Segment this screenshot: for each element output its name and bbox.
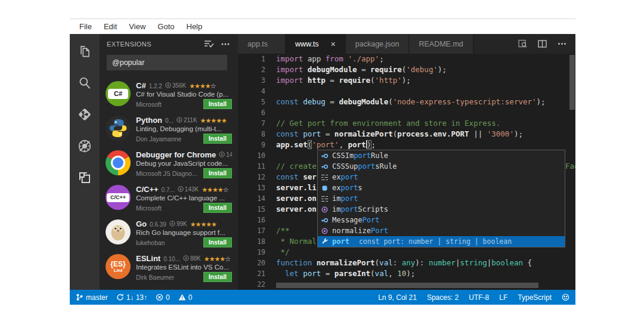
install-button[interactable]: Install: [203, 203, 232, 213]
line-number[interactable]: 3: [238, 75, 265, 86]
line-number[interactable]: 9: [238, 140, 265, 150]
line-number[interactable]: 20: [238, 258, 265, 268]
feedback-smiley[interactable]: [562, 293, 569, 301]
code-editor[interactable]: 1import app from './app';2import debugMo…: [238, 54, 575, 290]
status-text: 0: [188, 293, 193, 302]
menu-item-edit[interactable]: Edit: [98, 22, 123, 31]
close-tab-icon[interactable]: ×: [331, 40, 336, 48]
line-number[interactable]: 5: [238, 97, 265, 107]
code-line-9[interactable]: 9app.set('port', port);: [238, 140, 575, 150]
extension-details: Debugger for Chrome148Debug your JavaScr…: [136, 150, 232, 177]
tab-package-json[interactable]: package.json: [346, 34, 410, 54]
extension-item-go[interactable]: Go0.6.3999K★★★★★Rich Go language support…: [100, 215, 238, 249]
line-number[interactable]: 15: [238, 204, 265, 215]
source-control-icon[interactable]: [77, 107, 92, 122]
install-button[interactable]: Install: [203, 99, 232, 109]
code-line-4[interactable]: 4: [238, 86, 575, 97]
editor-actions: [509, 34, 575, 54]
open-preview-icon[interactable]: [518, 39, 528, 49]
extension-version: 0.6.39: [150, 221, 166, 228]
line-number[interactable]: 13: [238, 182, 265, 193]
code-line-6[interactable]: 6: [238, 107, 575, 118]
suggestion-cssimportrule[interactable]: CSSImportRule: [318, 150, 565, 161]
line-number[interactable]: 19: [238, 247, 265, 258]
suggestion-normalizeport[interactable]: normalizePort: [318, 225, 565, 236]
tab-www-ts[interactable]: www.ts×: [286, 34, 346, 54]
extension-publisher: lukehoban: [136, 239, 165, 246]
extension-item-eslint[interactable]: {ES}LintESLint0.10...88K★★★★☆Integrates …: [100, 249, 238, 284]
line-number[interactable]: 14: [238, 193, 265, 204]
debug-disabled-icon[interactable]: [77, 138, 92, 154]
tab-readme-md[interactable]: README.md: [409, 34, 473, 54]
status-typescript[interactable]: TypeScript: [518, 293, 552, 302]
extension-description: Complete C/C++ language ...: [136, 194, 232, 202]
menu-item-help[interactable]: Help: [181, 22, 209, 31]
code-line-19[interactable]: 19 */: [238, 247, 575, 258]
suggestion-import[interactable]: import: [318, 193, 565, 204]
suggestion-export[interactable]: export: [318, 172, 565, 182]
install-button[interactable]: Install: [203, 134, 232, 144]
vertical-scrollbar[interactable]: [569, 55, 575, 110]
code-line-8[interactable]: 8const port = normalizePort(process.env.…: [238, 129, 575, 140]
line-number[interactable]: 17: [238, 225, 265, 236]
status-spaces-2[interactable]: Spaces: 2: [427, 293, 459, 302]
extension-item-python[interactable]: Python0...211K★★★★★Linting, Debugging (m…: [100, 111, 238, 145]
code-text: const debug = debugModule('node-express-…: [276, 97, 546, 107]
extension-footer-row: Don JayamanneInstall: [136, 134, 232, 144]
line-number[interactable]: 11: [238, 161, 265, 172]
line-number[interactable]: 1: [238, 54, 265, 64]
status-branch[interactable]: master: [76, 293, 108, 302]
code-line-5[interactable]: 5const debug = debugModule('node-express…: [238, 97, 575, 107]
code-line-3[interactable]: 3import http = require('http');: [238, 75, 575, 86]
install-button[interactable]: Install: [203, 168, 232, 178]
status-ln-9-col-21[interactable]: Ln 9, Col 21: [378, 293, 417, 302]
explorer-icon[interactable]: [77, 44, 92, 59]
extension-item-c-c[interactable]: C/C++C/C++0.7...143K★★★★☆Complete C/C++ …: [100, 180, 238, 215]
line-number[interactable]: 10: [238, 150, 265, 161]
line-number[interactable]: 7: [238, 118, 265, 129]
line-number[interactable]: 8: [238, 129, 265, 140]
line-number[interactable]: 2: [238, 64, 265, 75]
line-number[interactable]: 22: [238, 279, 265, 290]
search-icon[interactable]: [77, 75, 92, 91]
extension-title-row: Python0...211K★★★★★: [136, 116, 232, 125]
line-number[interactable]: 12: [238, 172, 265, 182]
code-line-7[interactable]: 7// Get port from environment and store …: [238, 118, 575, 129]
filter-icon[interactable]: [203, 39, 214, 49]
extension-item-c[interactable]: C#C#1.2.2356K★★★★☆C# for Visual Studio C…: [100, 76, 238, 111]
code-line-20[interactable]: 20function normalizePort(val: any): numb…: [238, 258, 575, 268]
install-button[interactable]: Install: [203, 272, 232, 282]
split-editor-icon[interactable]: [537, 39, 547, 49]
menu-item-file[interactable]: File: [73, 22, 98, 31]
menu-item-view[interactable]: View: [123, 22, 151, 31]
suggestion-csssupportsrule[interactable]: CSSSupportsRule: [318, 161, 565, 172]
code-line-1[interactable]: 1import app from './app';: [238, 54, 575, 64]
extensions-search-input[interactable]: [107, 55, 227, 70]
extension-details: C/C++0.7...143K★★★★☆Complete C/C++ langu…: [136, 185, 232, 211]
line-number[interactable]: 6: [238, 107, 265, 118]
install-button[interactable]: Install: [203, 237, 232, 247]
line-number[interactable]: 21: [238, 268, 265, 279]
extensions-icon[interactable]: [77, 170, 92, 185]
status-warning[interactable]: 0: [178, 293, 193, 302]
menu-item-goto[interactable]: Goto: [151, 22, 180, 31]
extension-footer-row: MicrosoftInstall: [136, 203, 232, 213]
horizontal-scrollbar[interactable]: [276, 283, 538, 288]
code-line-2[interactable]: 2import debugModule = require('debug');: [238, 64, 575, 75]
status-utf-8[interactable]: UTF-8: [469, 293, 489, 302]
status-error[interactable]: 0: [156, 293, 170, 302]
line-number[interactable]: 16: [238, 215, 265, 225]
line-number[interactable]: 4: [238, 86, 265, 97]
suggestion-importscripts[interactable]: importScripts: [318, 204, 565, 215]
extension-item-debugger-for-chrome[interactable]: Debugger for Chrome148Debug your JavaScr…: [100, 145, 238, 180]
suggestion-exports[interactable]: exports: [318, 182, 565, 193]
status-sync[interactable]: 1↓ 13↑: [116, 293, 147, 302]
more-actions-icon[interactable]: [220, 39, 231, 49]
tab-app-ts[interactable]: app.ts: [238, 34, 286, 54]
suggestion-port[interactable]: portconst port: number | string | boolea…: [318, 236, 565, 247]
more-icon[interactable]: [557, 39, 567, 49]
code-line-21[interactable]: 21 let port = parseInt(val, 10);: [238, 268, 575, 279]
suggestion-messageport[interactable]: MessagePort: [318, 215, 565, 225]
status-lf[interactable]: LF: [499, 293, 507, 302]
line-number[interactable]: 18: [238, 236, 265, 247]
